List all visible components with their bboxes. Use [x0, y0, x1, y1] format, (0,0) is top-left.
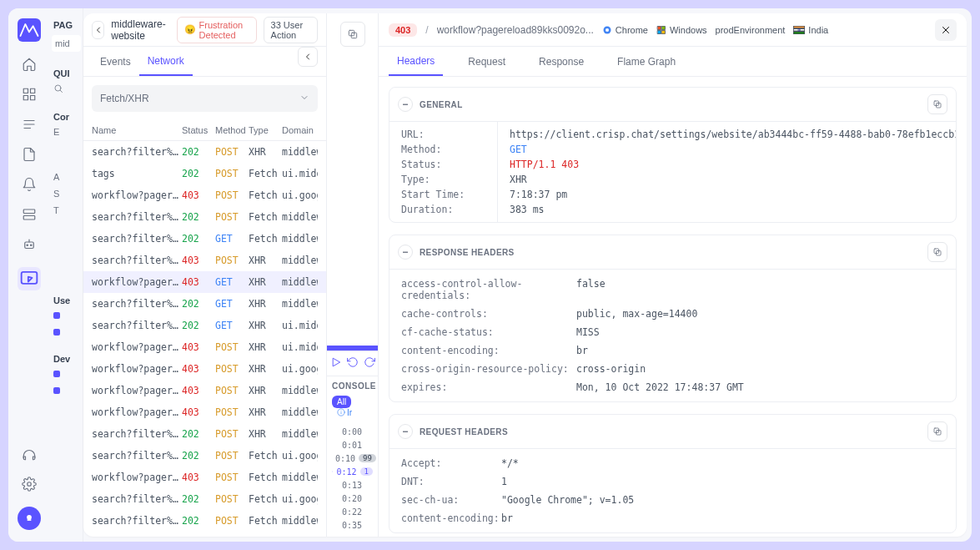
- filter-label: Fetch/XHR: [100, 93, 149, 104]
- browser-chip: Chrome: [602, 25, 648, 35]
- panel-general: −GENERAL URL: Method: Status: Type: Star…: [389, 87, 957, 223]
- home-icon[interactable]: [22, 57, 37, 72]
- svg-rect-31: [661, 30, 665, 33]
- player-controls: [327, 351, 378, 376]
- copy-response-button[interactable]: [927, 242, 947, 262]
- env-chip: prodEnvironment: [716, 25, 786, 35]
- app-logo-icon: [18, 18, 41, 42]
- general-duration: 383 ms: [498, 202, 956, 217]
- table-row[interactable]: tags202POSTFetchui.midd: [83, 163, 326, 184]
- tab-flame-graph[interactable]: Flame Graph: [609, 47, 684, 76]
- svg-rect-2: [23, 96, 28, 100]
- collapse-panel-button[interactable]: [298, 47, 318, 67]
- request-path: workflow?pagereload89kks0092o...: [437, 24, 594, 36]
- alert-icon[interactable]: [22, 177, 37, 192]
- back-button[interactable]: [92, 21, 104, 39]
- general-status: HTTP/1.1 403: [498, 157, 956, 172]
- console-filter-all[interactable]: All: [332, 396, 351, 408]
- header-row: access-control-allow-credentials:false: [389, 275, 956, 305]
- components-icon[interactable]: [22, 87, 37, 102]
- file-icon[interactable]: [22, 147, 37, 162]
- console-title: CONSOLE: [332, 381, 373, 391]
- session-replay-icon[interactable]: [18, 267, 41, 290]
- general-url: https://client.crisp.chat/settings/websi…: [498, 127, 956, 142]
- table-row[interactable]: workflow?pagerelo403POSTXHRmiddlew: [83, 380, 326, 401]
- user-action-badge: 33 User Action: [264, 17, 318, 43]
- server-icon[interactable]: [22, 207, 37, 222]
- table-row[interactable]: workflow?pagerelo403POSTFetchui.goog: [83, 184, 326, 206]
- panel-request-headers: −REQUEST HEADERS Accept:*/*DNT:1sec-ch-u…: [389, 414, 957, 533]
- skip-forward-icon[interactable]: [364, 356, 375, 371]
- settings-icon[interactable]: [22, 477, 37, 492]
- header-row: cache-controls:public, max-age=14400: [389, 305, 956, 323]
- timeline-entry[interactable]: 0:35: [332, 518, 373, 532]
- filter-dropdown[interactable]: Fetch/XHR: [92, 85, 318, 112]
- table-row[interactable]: search?filter%5B..202GETXHRui.midd: [83, 315, 326, 336]
- play-icon[interactable]: [330, 356, 342, 371]
- tab-headers[interactable]: Headers: [389, 47, 443, 76]
- table-row[interactable]: search?filter%5B..403POSTXHRmiddlew: [83, 250, 326, 271]
- toggle-general[interactable]: −: [398, 97, 413, 112]
- svg-rect-29: [661, 26, 665, 29]
- table-row[interactable]: search?filter%5B..202POSTFetchmiddlew: [83, 206, 326, 228]
- svg-rect-9: [25, 242, 34, 249]
- header-row: Accept:*/*: [389, 454, 956, 472]
- table-row[interactable]: workflow?pagerelo403GETXHRmiddlew: [83, 271, 326, 293]
- console-filter-info[interactable]: Ir: [337, 408, 352, 417]
- skip-back-icon[interactable]: [347, 356, 359, 371]
- tab-network[interactable]: Network: [139, 47, 193, 76]
- timeline-entry[interactable]: 0:01: [332, 438, 373, 452]
- svg-rect-1: [31, 88, 35, 93]
- copy-button[interactable]: [340, 22, 365, 47]
- table-row[interactable]: search?filter%5B..202POSTXHRmiddlew: [83, 423, 326, 445]
- list-icon[interactable]: [22, 117, 37, 132]
- country-chip: India: [793, 25, 828, 35]
- toggle-request[interactable]: −: [398, 424, 413, 439]
- table-row[interactable]: workflow?pagerelo403POSTFetchmiddlew: [83, 467, 326, 488]
- copy-general-button[interactable]: [927, 94, 947, 114]
- table-row[interactable]: search?filter%5B..202POSTFetchui.goog: [83, 445, 326, 467]
- svg-rect-0: [23, 88, 28, 93]
- frustration-badge: 😠Frustration Detected: [177, 17, 257, 43]
- side-nav: [8, 8, 50, 542]
- tab-response[interactable]: Response: [530, 47, 592, 76]
- table-row[interactable]: search?filter%5B..202POSTFetchui.goog: [83, 488, 326, 510]
- pages-panel: PAG mid QUI Cor E A S T Use Dev: [50, 8, 83, 542]
- os-chip: Windows: [656, 25, 707, 35]
- table-row[interactable]: workflow?pagerelo403POSTXHRmiddlew: [83, 401, 326, 423]
- table-row[interactable]: search?filter%5B..202POSTXHRmiddlew: [83, 141, 326, 163]
- table-row[interactable]: search?filter%5B..202GETXHRmiddlew: [83, 293, 326, 315]
- svg-marker-25: [332, 472, 333, 472]
- toggle-response[interactable]: −: [398, 245, 413, 260]
- timeline-entry[interactable]: 0:00: [332, 425, 373, 438]
- console-timeline: 0:000:010:10990:1210:130:200:220:35: [332, 425, 373, 532]
- table-row[interactable]: search?filter%5B..202GETFetchmiddlew: [83, 228, 326, 250]
- bot-icon[interactable]: [22, 237, 37, 252]
- svg-marker-21: [333, 358, 339, 366]
- session-title: middleware-website: [111, 18, 169, 42]
- tab-request[interactable]: Request: [460, 47, 514, 76]
- support-icon[interactable]: [22, 447, 37, 462]
- svg-rect-30: [657, 30, 661, 33]
- header-row: content-encoding:br: [389, 341, 956, 360]
- timeline-entry[interactable]: 0:13: [332, 478, 373, 492]
- chat-widget-icon[interactable]: [18, 507, 41, 530]
- svg-rect-3: [31, 96, 35, 100]
- timeline-entry[interactable]: 0:22: [332, 505, 373, 518]
- svg-point-15: [27, 515, 32, 520]
- svg-point-27: [606, 28, 609, 32]
- general-method: GET: [498, 142, 956, 157]
- timeline-entry[interactable]: 0:1099: [332, 452, 373, 465]
- timeline-entry[interactable]: 0:121: [332, 465, 373, 478]
- timeline-entry[interactable]: 0:20: [332, 492, 373, 505]
- table-row[interactable]: search?filter%5B..202POSTFetchmiddlew: [83, 510, 326, 532]
- table-row[interactable]: workflow?pagerelo403POSTXHRui.midd: [83, 336, 326, 358]
- tab-events[interactable]: Events: [92, 47, 139, 76]
- chevron-down-icon: [299, 93, 309, 105]
- close-button[interactable]: [935, 19, 957, 41]
- svg-point-11: [31, 245, 33, 246]
- copy-request-button[interactable]: [927, 421, 947, 442]
- header-row: sec-ch-ua:"Google Chrome"; v=1.05: [389, 491, 956, 509]
- svg-marker-13: [28, 277, 33, 282]
- table-row[interactable]: workflow?pagerelo403POSTXHRui.goog: [83, 358, 326, 380]
